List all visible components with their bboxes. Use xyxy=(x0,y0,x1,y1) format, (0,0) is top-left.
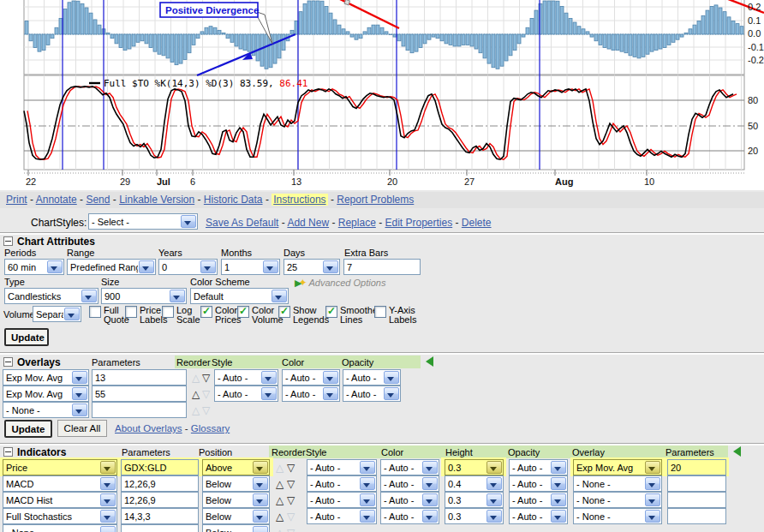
glossary-link[interactable]: Glossary xyxy=(191,423,230,433)
overlay-1-style-select[interactable]: - Auto - xyxy=(214,369,278,386)
indicator-1-params-input[interactable] xyxy=(121,459,199,475)
smoothed-lines-checkbox[interactable] xyxy=(325,306,337,318)
move-down-icon[interactable]: ▽ xyxy=(202,373,210,383)
indicator-4-overlay-select[interactable]: - None - xyxy=(573,508,662,524)
indicator-2-opacity-select[interactable]: - Auto - xyxy=(509,475,568,492)
move-up-icon[interactable]: △ xyxy=(276,495,284,505)
extra-bars-input[interactable] xyxy=(343,259,421,275)
indicator-4-position-select[interactable]: Below xyxy=(202,508,270,524)
move-down-icon[interactable]: ▽ xyxy=(287,495,295,505)
indicator-3-style-select[interactable]: - Auto - xyxy=(307,492,377,508)
move-down-icon[interactable]: ▽ xyxy=(287,479,295,489)
indicator-3-params2-input[interactable] xyxy=(667,492,726,508)
move-up-icon[interactable]: △ xyxy=(192,389,200,399)
overlay-2-select[interactable]: Exp Mov. Avg xyxy=(3,386,89,402)
instructions-link[interactable]: Instructions xyxy=(273,194,325,206)
size-select[interactable]: 900 xyxy=(101,288,187,304)
indicator-3-position-select[interactable]: Below xyxy=(202,492,270,508)
indicator-4-select[interactable]: Full Stochastics xyxy=(3,508,117,524)
update-button[interactable]: Update xyxy=(4,328,49,346)
indicator-4-opacity-select[interactable]: - Auto - xyxy=(509,508,568,524)
collapse-columns-icon[interactable] xyxy=(733,446,741,457)
chartstyles-select[interactable]: - Select - xyxy=(88,213,198,230)
indicator-3-opacity-select[interactable]: - Auto - xyxy=(509,492,568,508)
periods-select[interactable]: 60 min xyxy=(4,259,64,275)
print-link[interactable]: Print xyxy=(6,194,27,206)
send-link[interactable]: Send xyxy=(86,194,110,206)
indicator-5-position-select[interactable]: Below xyxy=(202,524,270,532)
indicators-header[interactable]: Indicators xyxy=(3,446,66,458)
indicator-2-position-select[interactable]: Below xyxy=(202,475,270,492)
indicator-4-height-select[interactable]: 0.3 xyxy=(445,508,504,524)
save-as-default-link[interactable]: Save As Default xyxy=(206,217,278,229)
show-legends-checkbox[interactable] xyxy=(278,306,290,318)
indicator-3-select[interactable]: MACD Hist xyxy=(3,492,117,508)
indicator-1-color-select[interactable]: - Auto - xyxy=(380,459,439,475)
indicator-1-position-select[interactable]: Above xyxy=(202,459,270,475)
full-quote-checkbox[interactable] xyxy=(89,306,101,318)
indicator-4-style-select[interactable]: - Auto - xyxy=(307,508,377,524)
indicator-1-style-select[interactable]: - Auto - xyxy=(307,459,377,475)
volume-select[interactable]: Separate xyxy=(33,306,81,322)
historic-data-link[interactable]: Historic Data xyxy=(204,194,263,206)
indicator-1-select[interactable]: Price xyxy=(3,459,117,475)
indicator-3-height-select[interactable]: 0.3 xyxy=(445,492,504,508)
add-new-link[interactable]: Add New xyxy=(287,217,329,229)
overlay-1-select[interactable]: Exp Mov. Avg xyxy=(3,369,89,386)
collapse-icon[interactable] xyxy=(3,447,13,457)
overlay-2-params-input[interactable] xyxy=(92,386,187,402)
overlay-2-style-select[interactable]: - Auto - xyxy=(214,386,278,402)
months-select[interactable]: 1 xyxy=(221,259,280,275)
collapse-icon[interactable] xyxy=(3,236,13,246)
indicator-2-select[interactable]: MACD xyxy=(3,475,117,492)
overlay-2-opacity-select[interactable]: - Auto - xyxy=(343,386,401,402)
indicator-2-params-input[interactable] xyxy=(121,475,199,492)
move-down-icon[interactable]: ▽ xyxy=(287,463,295,473)
days-select[interactable]: 25 xyxy=(284,259,340,275)
indicator-4-params2-input[interactable] xyxy=(667,508,726,524)
indicator-5-params-input[interactable] xyxy=(121,524,199,532)
indicator-2-height-select[interactable]: 0.4 xyxy=(445,475,504,492)
collapse-icon[interactable] xyxy=(3,357,13,367)
overlay-3-params-input[interactable] xyxy=(92,402,187,418)
color-volume-checkbox[interactable] xyxy=(237,306,249,318)
overlays-update-button[interactable]: Update xyxy=(4,420,52,438)
linkable-version-link[interactable]: Linkable Version xyxy=(119,194,194,206)
indicator-1-overlay-select[interactable]: Exp Mov. Avg xyxy=(573,459,662,475)
indicator-1-opacity-select[interactable]: - Auto - xyxy=(509,459,568,475)
indicator-2-params2-input[interactable] xyxy=(667,475,726,492)
color-scheme-select[interactable]: Default xyxy=(190,288,289,304)
report-problems-link[interactable]: Report Problems xyxy=(337,194,414,206)
indicator-4-params-input[interactable] xyxy=(121,508,199,524)
indicator-2-style-select[interactable]: - Auto - xyxy=(307,475,377,492)
chart-attributes-header[interactable]: Chart Attributes xyxy=(3,236,95,248)
range-select[interactable]: Predefined Range xyxy=(67,259,156,275)
annotate-link[interactable]: Annotate xyxy=(36,194,77,206)
indicator-2-color-select[interactable]: - Auto - xyxy=(380,475,439,492)
overlay-3-select[interactable]: - None - xyxy=(3,402,89,418)
y-axis-labels-checkbox[interactable] xyxy=(374,306,386,318)
overlays-header[interactable]: Overlays xyxy=(3,356,61,368)
indicator-3-overlay-select[interactable]: - None - xyxy=(573,492,662,508)
color-prices-checkbox[interactable] xyxy=(200,306,212,318)
price-labels-checkbox[interactable] xyxy=(125,306,137,318)
indicator-3-color-select[interactable]: - Auto - xyxy=(380,492,439,508)
move-up-icon[interactable]: △ xyxy=(276,479,284,489)
about-overlays-link[interactable]: About Overlays xyxy=(115,423,182,433)
edit-properties-link[interactable]: Edit Properties xyxy=(385,217,452,229)
overlay-1-color-select[interactable]: - Auto - xyxy=(282,369,340,386)
collapse-columns-icon[interactable] xyxy=(426,356,433,367)
indicator-2-overlay-select[interactable]: - None - xyxy=(573,475,662,492)
log-scale-checkbox[interactable] xyxy=(162,306,174,318)
indicator-3-params-input[interactable] xyxy=(121,492,199,508)
move-up-icon[interactable]: △ xyxy=(276,511,284,522)
replace-link[interactable]: Replace xyxy=(338,217,376,229)
delete-link[interactable]: Delete xyxy=(462,217,492,229)
indicator-4-color-select[interactable]: - Auto - xyxy=(380,508,439,524)
indicator-5-select[interactable]: - None - xyxy=(3,524,117,532)
years-select[interactable]: 0 xyxy=(158,259,218,275)
advanced-options-link[interactable]: ▶✦Advanced Options xyxy=(295,277,385,289)
clear-all-button[interactable]: Clear All xyxy=(57,420,107,437)
overlay-1-params-input[interactable] xyxy=(92,369,187,386)
overlay-2-color-select[interactable]: - Auto - xyxy=(282,386,340,402)
